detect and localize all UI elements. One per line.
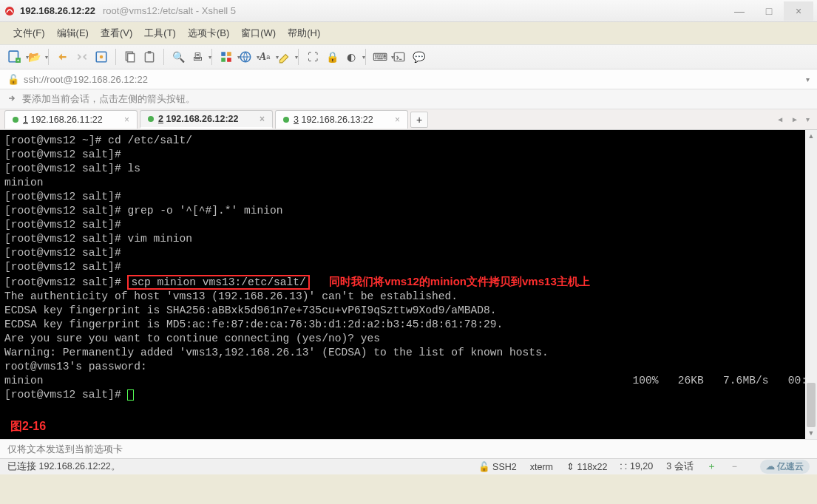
tab-label: 1 192.168.26.11:22 bbox=[23, 115, 103, 125]
fullscreen-button[interactable]: ⛶ bbox=[304, 48, 322, 66]
status-size: ⇕ 118x22 bbox=[566, 461, 608, 472]
address-dropdown-icon[interactable]: ▾ bbox=[806, 75, 810, 84]
tab-prev-icon[interactable]: ◄ bbox=[773, 114, 787, 125]
svg-rect-10 bbox=[227, 52, 231, 56]
tab-nav: ◄ ► ▾ bbox=[773, 114, 813, 125]
separator bbox=[365, 49, 366, 65]
menu-tabs[interactable]: 选项卡(B) bbox=[183, 24, 234, 42]
color-scheme-button[interactable]: ▾ bbox=[217, 48, 235, 66]
title-bar: 192.168.26.12:22 root@vms12:/etc/salt - … bbox=[0, 0, 817, 22]
status-dot-icon bbox=[283, 117, 289, 123]
terminal[interactable]: [root@vms12 ~]# cd /etc/salt/ [root@vms1… bbox=[0, 130, 805, 439]
minimize-button[interactable]: — bbox=[725, 1, 754, 21]
svg-rect-11 bbox=[221, 58, 226, 62]
paste-button[interactable] bbox=[140, 48, 158, 66]
menu-help[interactable]: 帮助(H) bbox=[283, 24, 325, 42]
status-dot-icon bbox=[13, 117, 18, 123]
svg-rect-12 bbox=[227, 58, 231, 62]
svg-point-4 bbox=[100, 55, 104, 59]
tab-close-icon[interactable]: × bbox=[395, 115, 400, 125]
separator bbox=[298, 49, 299, 65]
scroll-down-icon[interactable]: ▼ bbox=[805, 427, 817, 439]
status-remove-icon[interactable]: － bbox=[730, 460, 739, 473]
new-tab-button[interactable]: + bbox=[410, 112, 428, 128]
tab-next-icon[interactable]: ► bbox=[788, 114, 801, 125]
hint-text: 要添加当前会话，点击左侧的箭头按钮。 bbox=[22, 92, 195, 106]
separator bbox=[211, 49, 212, 65]
keyboard-button[interactable]: ⌨▾ bbox=[371, 48, 389, 66]
svg-point-0 bbox=[5, 7, 14, 16]
menu-bar: 文件(F) 编辑(E) 查看(V) 工具(T) 选项卡(B) 窗口(W) 帮助(… bbox=[0, 22, 817, 44]
highlight-button[interactable]: ▾ bbox=[275, 48, 293, 66]
tab-close-icon[interactable]: × bbox=[260, 114, 265, 124]
print-button[interactable]: 🖶▾ bbox=[189, 48, 206, 66]
tab-list-icon[interactable]: ▾ bbox=[803, 114, 813, 125]
scroll-thumb[interactable] bbox=[807, 383, 816, 427]
compose-button[interactable]: 💬 bbox=[410, 48, 427, 66]
font-button[interactable]: Aa▾ bbox=[256, 48, 274, 66]
scroll-up-icon[interactable]: ▲ bbox=[805, 130, 817, 142]
tab-label: 2 192.168.26.12:22 bbox=[158, 114, 238, 124]
status-dot-icon bbox=[148, 116, 154, 122]
status-ssh: 🔓 SSH2 bbox=[478, 461, 517, 472]
copy-button[interactable] bbox=[121, 48, 139, 66]
status-term: xterm bbox=[530, 462, 553, 472]
encoding-button[interactable]: ▾ bbox=[237, 48, 254, 66]
terminal-container: [root@vms12 ~]# cd /etc/salt/ [root@vms1… bbox=[0, 130, 817, 439]
menu-edit[interactable]: 编辑(E) bbox=[52, 24, 93, 42]
tab-label: 3 192.168.26.13:22 bbox=[294, 115, 373, 125]
status-connection: 已连接 192.168.26.12:22。 bbox=[7, 460, 121, 473]
lock-icon: 🔓 bbox=[7, 74, 19, 85]
tab-2[interactable]: 2 192.168.26.12:22 × bbox=[140, 110, 273, 129]
close-button[interactable]: × bbox=[784, 1, 813, 21]
disconnect-button[interactable] bbox=[73, 48, 91, 66]
transparency-button[interactable]: ◐▾ bbox=[342, 48, 360, 66]
watermark: ☁ 亿速云 bbox=[760, 460, 810, 474]
quick-cmd-button[interactable] bbox=[390, 48, 408, 66]
tab-1[interactable]: 1 192.168.26.11:22 × bbox=[4, 110, 138, 129]
new-session-button[interactable]: ▾ bbox=[6, 48, 24, 66]
properties-button[interactable] bbox=[92, 48, 110, 66]
cursor-icon bbox=[127, 389, 134, 401]
title-host: 192.168.26.12:22 bbox=[20, 5, 95, 16]
terminal-scrollbar[interactable]: ▲ ▼ bbox=[805, 130, 817, 439]
maximize-button[interactable]: □ bbox=[754, 1, 784, 21]
menu-file[interactable]: 文件(F) bbox=[9, 24, 50, 42]
menu-tools[interactable]: 工具(T) bbox=[140, 24, 180, 42]
tab-bar: 1 192.168.26.11:22 × 2 192.168.26.12:22 … bbox=[0, 109, 817, 130]
title-sub: root@vms12:/etc/salt - Xshell 5 bbox=[103, 5, 236, 16]
figure-label: 图2-16 bbox=[10, 419, 46, 433]
highlighted-command: scp minion vms13:/etc/salt/ bbox=[127, 275, 309, 290]
status-cursor: ⸬ 19,20 bbox=[620, 461, 653, 472]
annotation-text: 同时我们将vms12的minion文件拷贝到vms13主机上 bbox=[329, 275, 590, 287]
tab-close-icon[interactable]: × bbox=[124, 115, 129, 125]
svg-rect-9 bbox=[221, 52, 226, 56]
svg-rect-8 bbox=[148, 51, 152, 53]
toolbar: ▾ 📂▾ 🔍 🖶▾ ▾ ▾ Aa▾ ▾ ⛶ 🔒 ◐▾ ⌨▾ 💬 bbox=[0, 44, 817, 69]
menu-view[interactable]: 查看(V) bbox=[96, 24, 137, 42]
separator bbox=[48, 49, 49, 65]
svg-rect-7 bbox=[145, 52, 153, 61]
window-controls: — □ × bbox=[725, 1, 813, 21]
scroll-track[interactable] bbox=[805, 142, 817, 427]
reconnect-button[interactable] bbox=[54, 48, 72, 66]
separator bbox=[115, 49, 116, 65]
status-add-icon[interactable]: ＋ bbox=[707, 460, 716, 473]
input-broadcast-text: 仅将文本发送到当前选项卡 bbox=[7, 443, 123, 456]
app-logo-icon bbox=[4, 5, 16, 17]
svg-rect-6 bbox=[128, 54, 135, 62]
add-session-arrow-icon[interactable] bbox=[7, 93, 18, 106]
status-sessions: 3 会话 bbox=[666, 460, 693, 473]
tab-3[interactable]: 3 192.168.26.13:22 × bbox=[275, 110, 408, 129]
lock-button[interactable]: 🔒 bbox=[323, 48, 341, 66]
address-text: ssh://root@192.168.26.12:22 bbox=[24, 74, 148, 85]
open-folder-button[interactable]: 📂▾ bbox=[25, 48, 43, 66]
hint-bar: 要添加当前会话，点击左侧的箭头按钮。 bbox=[0, 89, 817, 109]
menu-window[interactable]: 窗口(W) bbox=[237, 24, 280, 42]
input-broadcast-message[interactable]: 仅将文本发送到当前选项卡 bbox=[0, 439, 817, 458]
find-button[interactable]: 🔍 bbox=[169, 48, 187, 66]
separator bbox=[163, 49, 164, 65]
address-bar[interactable]: 🔓 ssh://root@192.168.26.12:22 ▾ bbox=[0, 69, 817, 89]
status-bar: 已连接 192.168.26.12:22。 🔓 SSH2 xterm ⇕ 118… bbox=[0, 458, 817, 474]
